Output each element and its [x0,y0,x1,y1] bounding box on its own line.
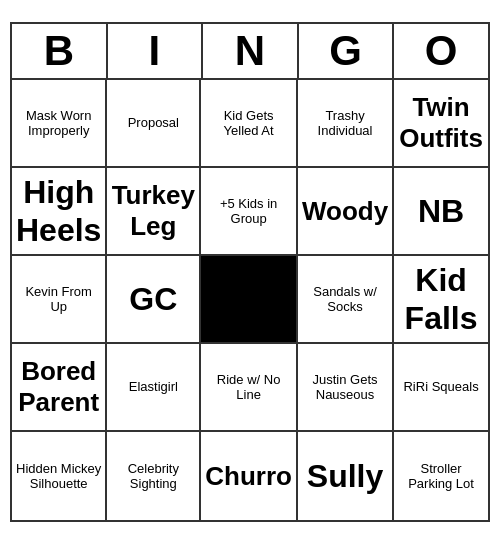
bingo-cell-22: Churro [201,432,298,520]
bingo-cell-13: Sandals w/ Socks [298,256,394,344]
bingo-cell-1: Proposal [107,80,201,168]
bingo-cell-18: Justin Gets Nauseous [298,344,394,432]
bingo-cell-15: Bored Parent [12,344,107,432]
bingo-cell-23: Sully [298,432,394,520]
bingo-cell-20: Hidden Mickey Silhouette [12,432,107,520]
bingo-cell-2: Kid Gets Yelled At [201,80,298,168]
bingo-cell-9: NB [394,168,488,256]
mickey-icon [224,266,274,332]
bingo-cell-4: Twin Outfits [394,80,488,168]
bingo-cell-5: High Heels [12,168,107,256]
bingo-cell-14: Kid Falls [394,256,488,344]
bingo-cell-21: Celebrity Sighting [107,432,201,520]
bingo-cell-3: Trashy Individual [298,80,394,168]
bingo-card: BINGO Mask Worn ImproperlyProposalKid Ge… [10,22,490,522]
bingo-cell-16: Elastigirl [107,344,201,432]
bingo-cell-7: +5 Kids in Group [201,168,298,256]
header-letter-b: B [12,24,108,78]
header-letter-o: O [394,24,488,78]
bingo-cell-0: Mask Worn Improperly [12,80,107,168]
bingo-cell-11: GC [107,256,201,344]
bingo-cell-8: Woody [298,168,394,256]
header-letter-g: G [299,24,395,78]
header-letter-n: N [203,24,299,78]
bingo-cell-17: Ride w/ No Line [201,344,298,432]
bingo-grid: Mask Worn ImproperlyProposalKid Gets Yel… [12,80,488,520]
header-letter-i: I [108,24,204,78]
bingo-cell-6: Turkey Leg [107,168,201,256]
bingo-cell-12 [201,256,298,344]
bingo-cell-19: RiRi Squeals [394,344,488,432]
bingo-cell-24: Stroller Parking Lot [394,432,488,520]
bingo-cell-10: Kevin From Up [12,256,107,344]
bingo-header: BINGO [12,24,488,80]
